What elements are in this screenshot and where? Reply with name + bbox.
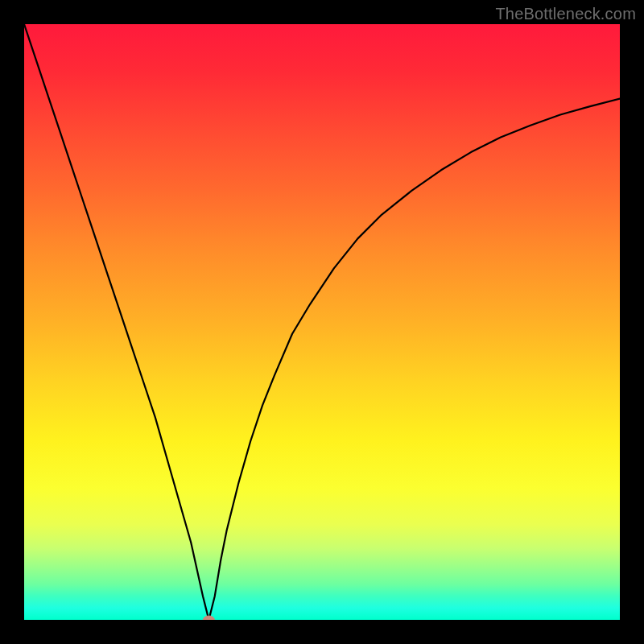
bottleneck-curve	[24, 24, 620, 620]
curve-svg	[24, 24, 620, 620]
watermark-text: TheBottleneck.com	[495, 5, 636, 23]
min-marker	[203, 616, 214, 620]
chart-frame: TheBottleneck.com	[0, 0, 644, 644]
plot-area	[24, 24, 620, 620]
